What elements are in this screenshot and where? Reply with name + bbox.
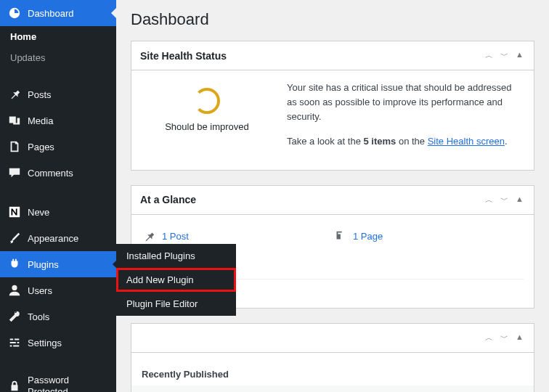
sidebar-item-appearance[interactable]: Appearance (0, 225, 116, 251)
page-title: Dashboard (131, 0, 534, 41)
sidebar-label: Settings (28, 338, 62, 348)
toggle-icon[interactable]: ▲ (514, 193, 525, 207)
flyout-plugin-file-editor[interactable]: Plugin File Editor (116, 292, 236, 316)
sidebar-label: Neve (28, 207, 49, 218)
sliders-icon (7, 335, 22, 350)
move-up-icon[interactable]: ︿ (484, 331, 495, 345)
sidebar-item-settings[interactable]: Settings (0, 330, 116, 356)
sidebar-item-tools[interactable]: Tools (0, 303, 116, 330)
panel-header[interactable]: ︿ ﹀ ▲ (131, 324, 534, 353)
health-cta: Take a look at the 5 items on the Site H… (287, 134, 524, 149)
comment-icon (7, 166, 22, 180)
sidebar-label: Password Protected (28, 375, 109, 392)
dashboard-icon (7, 6, 22, 20)
flyout-add-new-plugin[interactable]: Add New Plugin (116, 268, 236, 292)
panel-controls: ︿ ﹀ ▲ (484, 49, 525, 62)
site-health-panel: Site Health Status ︿ ﹀ ▲ Should be impro… (131, 41, 534, 171)
sidebar-label: Media (28, 115, 53, 126)
user-icon (7, 283, 22, 298)
sidebar-label: Comments (28, 168, 73, 179)
sidebar-item-plugins[interactable]: Plugins (0, 251, 116, 277)
lock-icon (7, 379, 22, 392)
sidebar-label: Pages (28, 142, 54, 152)
pages-count-link[interactable]: 1 Page (353, 231, 383, 242)
glance-pages: 1 Page (333, 225, 524, 248)
move-up-icon[interactable]: ︿ (484, 49, 495, 62)
activity-row: Aug 5th 2020, 11:33 pm Hello world! (131, 385, 534, 392)
sidebar-label: Users (28, 285, 52, 296)
move-up-icon[interactable]: ︿ (484, 193, 495, 207)
pin-icon (7, 87, 22, 102)
sidebar-label: Posts (28, 89, 52, 100)
sidebar-item-comments[interactable]: Comments (0, 160, 116, 186)
svg-point-1 (12, 285, 17, 290)
sidebar-item-users[interactable]: Users (0, 277, 116, 303)
sidebar-item-pages[interactable]: Pages (0, 134, 116, 160)
sidebar-label: Plugins (28, 259, 59, 270)
sidebar-item-dashboard[interactable]: Dashboard (0, 0, 116, 26)
sidebar-sub-home[interactable]: Home (0, 26, 116, 47)
neve-icon (7, 205, 22, 219)
toggle-icon[interactable]: ▲ (514, 331, 525, 345)
posts-count-link[interactable]: 1 Post (162, 231, 189, 242)
sidebar-label: Tools (28, 311, 49, 322)
toggle-icon[interactable]: ▲ (514, 49, 525, 62)
plug-icon (7, 257, 22, 271)
panel-header[interactable]: Site Health Status ︿ ﹀ ▲ (131, 41, 534, 70)
activity-post-link[interactable]: Hello world! (275, 390, 325, 392)
health-ring-icon (194, 88, 220, 114)
main-content: Dashboard Site Health Status ︿ ﹀ ▲ Shoul… (116, 0, 549, 392)
move-down-icon[interactable]: ﹀ (499, 49, 510, 62)
health-message: Your site has a critical issue that shou… (287, 81, 524, 124)
admin-sidebar: Dashboard Home Updates Posts Media Pages… (0, 0, 116, 392)
sidebar-item-neve[interactable]: Neve (0, 199, 116, 225)
panel-header[interactable]: At a Glance ︿ ﹀ ▲ (131, 186, 534, 215)
sidebar-label: Appearance (28, 233, 78, 244)
plugins-flyout: Installed Plugins Add New Plugin Plugin … (116, 244, 236, 316)
pages-icon (333, 229, 347, 244)
sidebar-sub-updates[interactable]: Updates (0, 47, 116, 68)
panel-controls: ︿ ﹀ ▲ (484, 193, 525, 207)
flyout-installed-plugins[interactable]: Installed Plugins (116, 244, 236, 268)
move-down-icon[interactable]: ﹀ (499, 193, 510, 207)
media-icon (7, 113, 22, 128)
sidebar-item-password-protected[interactable]: Password Protected (0, 369, 116, 392)
wrench-icon (7, 309, 22, 324)
activity-date: Aug 5th 2020, 11:33 pm (142, 390, 258, 392)
health-indicator: Should be improved (142, 81, 272, 160)
activity-panel: ︿ ﹀ ▲ Recently Published Aug 5th 2020, 1… (131, 323, 534, 392)
move-down-icon[interactable]: ﹀ (499, 331, 510, 345)
pin-icon (142, 229, 156, 244)
panel-controls: ︿ ﹀ ▲ (484, 331, 525, 345)
health-status-text: Should be improved (142, 121, 272, 132)
sidebar-label: Dashboard (28, 8, 74, 19)
recently-published-heading: Recently Published (142, 363, 524, 385)
panel-title: Site Health Status (140, 50, 227, 62)
sidebar-item-posts[interactable]: Posts (0, 81, 116, 107)
panel-title: At a Glance (140, 194, 196, 205)
site-health-link[interactable]: Site Health screen (428, 136, 505, 147)
page-icon (7, 139, 22, 154)
brush-icon (7, 231, 22, 245)
sidebar-item-media[interactable]: Media (0, 107, 116, 134)
